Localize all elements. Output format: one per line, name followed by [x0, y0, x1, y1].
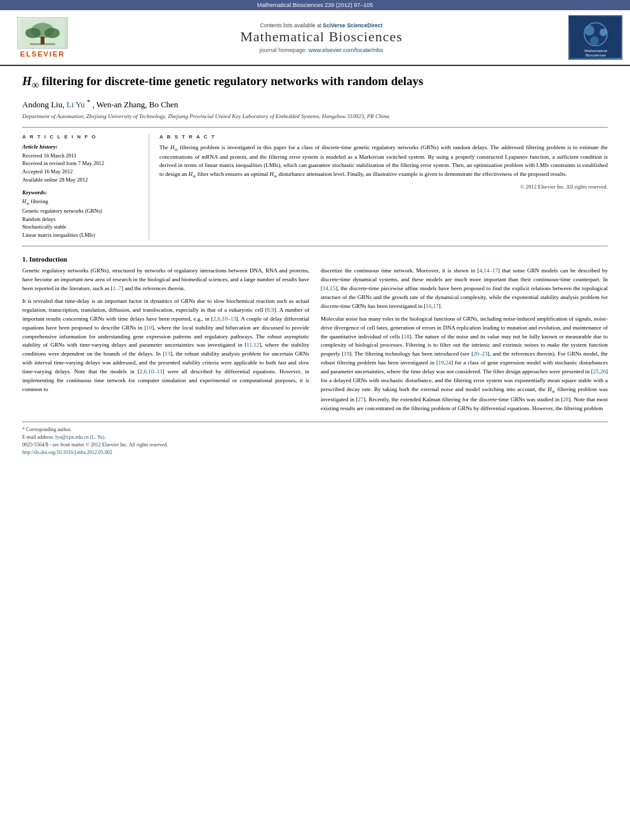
journal-center-info: Contents lists available at SciVerse Sci… [77, 22, 565, 53]
ref-2-6-10-13[interactable]: 2,6,10–13 [213, 316, 236, 322]
corresponding-marker: * [87, 98, 90, 105]
svg-rect-5 [30, 43, 55, 45]
sciverse-text: Contents lists available at SciVerse Sci… [77, 22, 565, 29]
svg-point-3 [44, 28, 60, 38]
journal-header: ELSEVIER Contents lists available at Sci… [0, 10, 630, 66]
title-rest: filtering for discrete-time genetic regu… [42, 74, 424, 88]
mb-logo: Mathematical Biosciences [568, 15, 622, 60]
intro-title: Introduction [29, 255, 67, 263]
elsevier-text: ELSEVIER [20, 50, 65, 58]
journal-citation-bar: Mathematical Biosciences 239 (2012) 97–1… [0, 0, 630, 10]
svg-point-2 [25, 28, 41, 38]
history-accepted: Accepted 16 May 2012 [22, 168, 142, 176]
article-title: H∞ filtering for discrete-time genetic r… [22, 74, 608, 91]
journal-title: Mathematical Biosciences [77, 29, 565, 45]
footnote-corresponding: * Corresponding author. [22, 426, 608, 434]
intro-para-3: discretize the continuous time network. … [321, 267, 608, 311]
affiliation: Department of Automation, Zhejiang Unive… [22, 113, 608, 119]
ref-10[interactable]: 10 [146, 324, 152, 331]
article-info-label: A R T I C L E I N F O [22, 134, 142, 140]
title-h-inf: H∞ [22, 74, 39, 88]
ref-19[interactable]: 19 [344, 350, 349, 357]
ref-18[interactable]: 18 [404, 333, 410, 340]
keyword-1: H∞ filtering [22, 197, 142, 207]
sciverse-link[interactable]: SciVerse ScienceDirect [323, 22, 382, 29]
author-wenanzh: , Wen-an Zhang, Bo Chen [92, 100, 178, 110]
journal-citation-text: Mathematical Biosciences 239 (2012) 97–1… [257, 2, 373, 8]
keyword-2: Genetic regulatory networks (GRNs) [22, 207, 142, 215]
journal-homepage: journal homepage: www.elsevier.com/locat… [77, 47, 565, 53]
svg-point-9 [600, 29, 607, 36]
keyword-4: Stochastically stable [22, 223, 142, 231]
copyright-line: © 2012 Elsevier Inc. All rights reserved… [159, 183, 608, 190]
ref-8-9[interactable]: 8,9 [267, 307, 274, 313]
abstract-label: A B S T R A C T [159, 134, 608, 140]
ref-1-7[interactable]: 1–7 [112, 285, 121, 291]
abstract-col: A B S T R A C T The H∞ filtering problem… [159, 134, 608, 239]
ref-2-6-10-13b[interactable]: 2,6,10–13 [140, 368, 163, 375]
svg-point-8 [584, 25, 594, 36]
keywords-label: Keywords: [22, 189, 142, 196]
svg-text:Biosciences: Biosciences [585, 53, 605, 57]
svg-point-10 [590, 36, 599, 45]
mb-logo-container: Mathematical Biosciences [565, 15, 622, 60]
intro-para-2: It is revealed that time-delay is an imp… [22, 297, 309, 394]
intro-col-left: Genetic regulatory networks (GRNs), stru… [22, 267, 309, 413]
keyword-3: Random delays [22, 215, 142, 223]
authors-line: Andong Liu, Li Yu * , Wen-an Zhang, Bo C… [22, 98, 608, 110]
ref-19-24[interactable]: 19,24 [438, 359, 451, 366]
history-revised: Received in revised form 7 May 2012 [22, 159, 142, 168]
intro-heading: 1. Introduction [22, 255, 608, 263]
doi-link[interactable]: http://dx.doi.org/10.1016/j.mbs.2012.05.… [22, 450, 112, 455]
which-text: which [283, 162, 297, 168]
ref-16-17[interactable]: 16,17 [426, 303, 438, 309]
info-abstract-section: A R T I C L E I N F O Article history: R… [22, 127, 608, 246]
footnote-email: E-mail address: lyu@zjut.edu.cn (L. Yu). [22, 434, 608, 441]
ref-25-26[interactable]: 25,26 [593, 368, 606, 375]
intro-body: Genetic regulatory networks (GRNs), stru… [22, 267, 608, 413]
author-liyu[interactable]: Li Yu [67, 100, 85, 110]
footnote-copyright: 0025-5564/$ - see front matter © 2012 El… [22, 441, 608, 449]
intro-col-right: discretize the continuous time network. … [321, 267, 608, 413]
history-online: Available online 28 May 2012 [22, 176, 142, 184]
intro-para-4: Molecular noise has many roles in the bi… [321, 315, 608, 413]
ref-27[interactable]: 27 [358, 396, 364, 403]
ref-13[interactable]: 13 [164, 350, 170, 357]
introduction-section: 1. Introduction Genetic regulatory netwo… [22, 255, 608, 413]
footnote-doi: http://dx.doi.org/10.1016/j.mbs.2012.05.… [22, 449, 608, 457]
main-content: H∞ filtering for discrete-time genetic r… [0, 66, 630, 469]
article-info-col: A R T I C L E I N F O Article history: R… [22, 134, 149, 239]
ref-20-23[interactable]: 20–23 [473, 350, 488, 357]
ref-11-12[interactable]: 11,12 [246, 342, 259, 348]
abstract-text: The H∞ filtering problem is investigated… [159, 143, 608, 180]
ref-14-15[interactable]: 14,15 [323, 285, 335, 291]
keyword-5: Linear matrix inequalities (LMIs) [22, 231, 142, 239]
article-history-label: Article history: [22, 143, 142, 150]
intro-para-1: Genetic regulatory networks (GRNs), stru… [22, 267, 309, 293]
svg-text:Mathematical: Mathematical [584, 49, 607, 53]
elsevier-graphic [17, 17, 68, 49]
ref-28[interactable]: 28 [563, 396, 569, 403]
footnote-email-link[interactable]: lyu@zjut.edu.cn (L. Yu). [55, 434, 106, 440]
history-received: Received 16 March 2011 [22, 152, 142, 160]
mb-logo-title: Mathematical Biosciences [570, 17, 621, 58]
journal-homepage-link[interactable]: www.elsevier.com/locate/mbs [309, 47, 384, 53]
intro-number: 1. [22, 255, 27, 263]
author-andong: Andong Liu, [22, 100, 67, 110]
footnote-area: * Corresponding author. E-mail address: … [22, 422, 608, 457]
ref-4-14-17[interactable]: 4,14–17 [479, 267, 498, 274]
elsevier-logo: ELSEVIER [8, 17, 77, 58]
